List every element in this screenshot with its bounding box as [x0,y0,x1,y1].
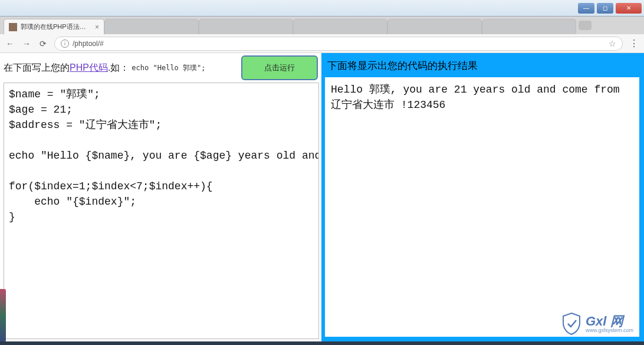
run-button[interactable]: 点击运行 [241,55,318,80]
php-code-link[interactable]: PHP代码 [70,63,108,73]
address-bar[interactable]: i /phptool/# ☆ [54,37,623,51]
tab-close-icon[interactable]: × [95,23,99,31]
page-content: 在下面写上您的PHP代码.如： echo "Hello 郭璞"; 点击运行 下面… [0,53,644,341]
browser-toolbar: ← → ⟳ i /phptool/# ☆ ⋮ [0,34,644,53]
back-button[interactable]: ← [5,38,15,49]
editor-instruction: 在下面写上您的PHP代码.如： [4,62,129,74]
code-editor[interactable] [4,83,319,339]
window-controls: — ◻ ✕ [578,0,642,16]
chrome-menu-button[interactable]: ⋮ [629,38,639,49]
window-maximize-button[interactable]: ◻ [597,3,613,14]
editor-wrap [0,81,321,341]
windows-taskbar [0,341,644,345]
site-info-icon[interactable]: i [61,40,69,48]
forward-button[interactable]: → [21,38,32,49]
editor-header: 在下面写上您的PHP代码.如： echo "Hello 郭璞"; 点击运行 [0,53,321,81]
browser-tab-inactive[interactable] [293,19,387,34]
browser-tab-inactive[interactable] [387,19,482,34]
browser-tab-inactive[interactable] [482,19,576,34]
browser-tabstrip: 郭璞的在线PHP语法练习 × [0,17,644,34]
editor-hint: echo "Hello 郭璞"; [132,63,205,73]
result-heading: 下面将显示出您的代码的执行结果 [321,53,644,77]
result-column: 下面将显示出您的代码的执行结果 Hello 郭璞, you are 21 yea… [321,53,644,341]
tab-title: 郭璞的在线PHP语法练习 [21,22,91,31]
favicon-icon [9,23,17,31]
browser-tab-inactive[interactable] [104,19,199,34]
browser-tab-active[interactable]: 郭璞的在线PHP语法练习 × [4,19,104,34]
window-minimize-button[interactable]: — [578,3,594,14]
new-tab-button[interactable] [579,21,592,30]
bookmark-star-icon[interactable]: ☆ [609,39,616,48]
window-titlebar: — ◻ ✕ [0,0,644,17]
reload-button[interactable]: ⟳ [38,38,48,49]
window-close-button[interactable]: ✕ [616,3,642,14]
side-widget[interactable] [0,289,6,341]
editor-column: 在下面写上您的PHP代码.如： echo "Hello 郭璞"; 点击运行 [0,53,321,341]
url-text: /phptool/# [73,40,104,48]
browser-tab-inactive[interactable] [199,19,293,34]
result-output: Hello 郭璞, you are 21 years old and come … [325,77,639,337]
